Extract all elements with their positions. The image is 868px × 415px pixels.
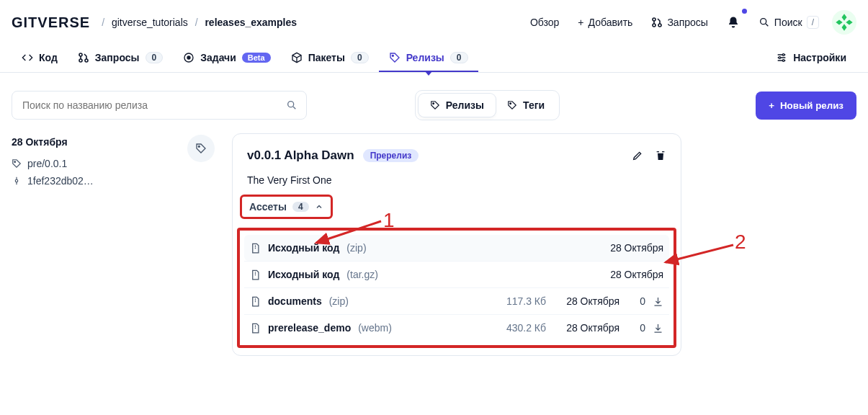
svg-point-6 <box>85 59 88 62</box>
trash-icon <box>655 150 666 161</box>
toggle-tags[interactable]: Теги <box>496 94 556 117</box>
asset-date: 28 Октября <box>597 242 663 254</box>
asset-ext: (tar.gz) <box>346 269 378 280</box>
search-icon <box>286 99 297 111</box>
tab-requests[interactable]: Запросы 0 <box>68 45 173 72</box>
pull-request-icon <box>651 17 663 28</box>
view-toggle: Релизы Теги <box>415 90 560 120</box>
timeline-dot <box>187 135 215 162</box>
asset-row[interactable]: Исходный код (tar.gz)28 Октября <box>244 261 669 287</box>
file-zip-icon <box>250 269 261 280</box>
pencil-icon <box>632 150 643 161</box>
svg-point-2 <box>658 24 661 27</box>
search-button[interactable]: Поиск / <box>753 10 825 35</box>
notifications-button[interactable] <box>721 10 746 35</box>
search-shortcut: / <box>807 16 819 29</box>
asset-ext: (zip) <box>329 295 349 307</box>
tab-settings[interactable]: Настройки <box>766 45 856 72</box>
toggle-releases[interactable]: Релизы <box>419 94 496 117</box>
releases-controls: Релизы Теги + Новый релиз <box>0 73 868 126</box>
requests-count: 0 <box>146 52 164 63</box>
beta-badge: Beta <box>242 53 271 63</box>
asset-name: Исходный код <box>268 242 339 254</box>
sidebar-tag[interactable]: pre/0.0.1 <box>12 155 170 172</box>
file-zip-icon <box>250 323 261 334</box>
asset-row[interactable]: prerelease_demo (webm)430.2 Кб28 Октября… <box>244 314 669 341</box>
code-icon <box>22 52 33 63</box>
search-icon <box>759 17 770 28</box>
logo[interactable]: GITVERSE <box>12 14 90 31</box>
overview-link[interactable]: Обзор <box>524 11 565 34</box>
release-card: v0.0.1 Alpha Dawn Пререлиз The Very Firs… <box>232 133 681 356</box>
svg-point-14 <box>433 103 434 104</box>
download-icon[interactable] <box>653 296 663 307</box>
plus-icon: + <box>578 17 583 28</box>
tag-icon <box>430 100 440 110</box>
releases-content: 28 Октября pre/0.0.1 1fef232db02… v0.0.1… <box>0 126 868 363</box>
breadcrumb: / gitverse_tutorials / releases_examples <box>97 17 297 28</box>
delete-release-button[interactable] <box>655 150 666 161</box>
requests-link[interactable]: Запросы <box>645 11 713 34</box>
asset-downloads: 0 <box>627 295 645 307</box>
asset-ext: (webm) <box>358 322 392 334</box>
tag-icon <box>195 143 207 154</box>
svg-point-9 <box>392 55 393 56</box>
assets-toggle[interactable]: Ассеты 4 <box>240 195 333 219</box>
release-search-input[interactable] <box>21 99 286 112</box>
tab-releases[interactable]: Релизы 0 <box>379 45 478 72</box>
new-release-button[interactable]: + Новый релиз <box>756 92 856 120</box>
asset-row[interactable]: documents (zip)117.3 Кб28 Октября0 <box>244 287 669 314</box>
notification-dot-icon <box>742 9 747 14</box>
packages-count: 0 <box>351 52 369 63</box>
asset-date: 28 Октября <box>553 322 619 334</box>
releases-count: 0 <box>450 52 468 63</box>
release-title: v0.0.1 Alpha Dawn <box>247 148 354 163</box>
tab-issues[interactable]: Задачи Beta <box>173 45 280 72</box>
asset-row[interactable]: Исходный код (zip)28 Октября <box>244 235 669 261</box>
release-search[interactable] <box>12 91 307 120</box>
file-zip-icon <box>250 296 261 307</box>
add-button[interactable]: + Добавить <box>572 11 638 34</box>
asset-date: 28 Октября <box>553 295 619 307</box>
svg-point-5 <box>79 59 82 62</box>
sidebar-commit[interactable]: 1fef232db02… <box>12 172 170 189</box>
asset-size: 430.2 Кб <box>497 322 546 334</box>
svg-point-10 <box>782 54 784 56</box>
asset-size: 117.3 Кб <box>497 295 546 307</box>
download-icon[interactable] <box>653 323 663 334</box>
svg-point-18 <box>198 146 200 147</box>
plus-icon: + <box>769 100 774 111</box>
tag-icon <box>507 100 517 110</box>
file-zip-icon <box>250 243 261 254</box>
asset-name: prerelease_demo <box>268 322 351 334</box>
tag-icon <box>389 52 401 63</box>
issue-icon <box>183 52 194 63</box>
pull-request-icon <box>78 52 89 63</box>
edit-release-button[interactable] <box>632 150 643 161</box>
app-header: GITVERSE / gitverse_tutorials / releases… <box>0 0 868 45</box>
svg-point-3 <box>761 19 766 24</box>
svg-point-15 <box>510 103 511 104</box>
avatar-icon <box>834 12 854 32</box>
asset-downloads: 0 <box>627 322 645 334</box>
package-icon <box>291 52 303 63</box>
repo-nav: Код Запросы 0 Задачи Beta Пакеты 0 Релиз… <box>0 45 868 73</box>
assets-count: 4 <box>292 202 309 212</box>
svg-point-0 <box>653 18 656 21</box>
tab-code[interactable]: Код <box>12 45 68 72</box>
tab-packages[interactable]: Пакеты 0 <box>281 45 379 72</box>
breadcrumb-owner[interactable]: gitverse_tutorials <box>112 17 188 28</box>
release-description: The Very First One <box>233 169 681 195</box>
bell-icon <box>727 16 740 29</box>
svg-point-17 <box>15 179 18 182</box>
svg-point-11 <box>779 57 781 59</box>
tag-icon <box>12 159 22 169</box>
sliders-icon <box>776 52 787 63</box>
asset-name: documents <box>268 295 322 307</box>
breadcrumb-repo[interactable]: releases_examples <box>205 17 297 28</box>
asset-name: Исходный код <box>268 269 339 280</box>
user-avatar[interactable] <box>832 10 856 35</box>
svg-point-4 <box>79 53 82 56</box>
asset-date: 28 Октября <box>597 269 663 280</box>
svg-point-13 <box>288 102 294 107</box>
